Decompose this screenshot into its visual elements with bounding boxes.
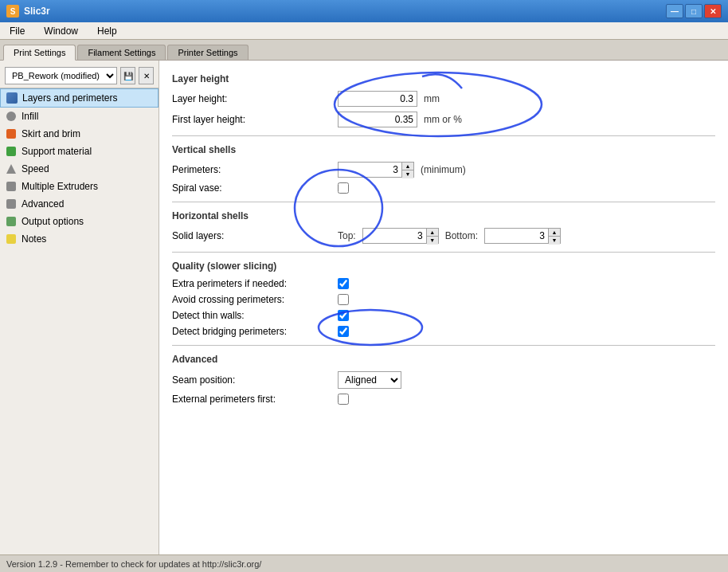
minimize-button[interactable]: — — [666, 4, 683, 18]
sidebar-item-skirt-label: Skirt and brim — [22, 128, 80, 139]
sidebar-item-layers[interactable]: Layers and perimeters — [0, 88, 159, 108]
tab-filament-settings[interactable]: Filament Settings — [77, 45, 166, 60]
title-bar: S Slic3r — □ ✕ — [0, 0, 728, 22]
perimeters-down-button[interactable]: ▼ — [402, 170, 413, 178]
sidebar-item-layers-label: Layers and perimeters — [22, 92, 117, 104]
sidebar-item-output[interactable]: Output options — [0, 213, 159, 230]
layer-height-row: Layer height: mm — [172, 91, 715, 107]
profile-area: PB_Rework (modified) 💾 ✕ — [0, 64, 159, 88]
tab-print-settings[interactable]: Print Settings — [3, 45, 76, 61]
sidebar-item-support[interactable]: Support material — [0, 143, 159, 160]
top-up-button[interactable]: ▲ — [427, 229, 438, 237]
perimeters-spinner: ▲ ▼ — [338, 162, 414, 178]
svg-rect-1 — [6, 129, 16, 139]
speed-icon — [5, 163, 18, 175]
sidebar-item-extruders[interactable]: Multiple Extruders — [0, 178, 159, 195]
detect-bridging-checkbox[interactable] — [338, 326, 349, 337]
perimeters-label: Perimeters: — [172, 164, 331, 175]
external-first-row: External perimeters first: — [172, 394, 715, 405]
sidebar-item-support-label: Support material — [22, 146, 92, 157]
title-bar-buttons: — □ ✕ — [666, 4, 722, 18]
profile-delete-button[interactable]: ✕ — [139, 67, 154, 84]
divider-4 — [172, 345, 715, 346]
sidebar-item-extruders-label: Multiple Extruders — [22, 181, 98, 192]
status-bar: Version 1.2.9 - Remember to check for up… — [0, 554, 728, 572]
sidebar-item-skirt[interactable]: Skirt and brim — [0, 125, 159, 143]
tab-printer-settings[interactable]: Printer Settings — [167, 45, 248, 60]
sidebar-item-infill-label: Infill — [22, 111, 38, 122]
seam-position-label: Seam position: — [172, 374, 331, 386]
extra-perimeters-label: Extra perimeters if needed: — [172, 278, 331, 289]
menu-file[interactable]: File — [3, 24, 31, 38]
svg-rect-4 — [6, 182, 16, 191]
svg-point-0 — [6, 112, 16, 121]
advanced-section-header: Advanced — [172, 354, 715, 365]
sidebar-item-notes[interactable]: Notes — [0, 230, 159, 248]
solid-layers-row: Solid layers: Top: ▲ ▼ Bottom: ▲ ▼ — [172, 228, 715, 244]
seam-position-row: Seam position: Aligned Nearest Random — [172, 371, 715, 389]
status-text: Version 1.2.9 - Remember to check for up… — [6, 559, 261, 569]
avoid-crossing-checkbox[interactable] — [338, 294, 349, 305]
sidebar-item-advanced[interactable]: Advanced — [0, 195, 159, 213]
content-area: Layer height Layer height: mm First laye… — [159, 61, 728, 554]
svg-marker-3 — [6, 164, 16, 174]
svg-rect-6 — [6, 217, 16, 226]
top-spinner: ▲ ▼ — [362, 228, 439, 244]
svg-rect-2 — [6, 147, 16, 156]
spiral-vase-checkbox[interactable] — [338, 182, 349, 194]
detect-thin-label: Detect thin walls: — [172, 310, 331, 321]
top-spinner-btns: ▲ ▼ — [426, 228, 439, 244]
close-button[interactable]: ✕ — [704, 4, 722, 18]
divider-3 — [172, 252, 715, 253]
detect-bridging-row: Detect bridging perimeters: — [172, 326, 715, 337]
spiral-vase-label: Spiral vase: — [172, 182, 331, 194]
external-first-checkbox[interactable] — [338, 394, 349, 405]
sidebar-item-infill[interactable]: Infill — [0, 108, 159, 125]
first-layer-height-row: First layer height: mm or % — [172, 112, 715, 127]
vertical-shells-section-header: Vertical shells — [172, 144, 715, 155]
profile-select[interactable]: PB_Rework (modified) — [5, 67, 117, 84]
layer-height-input[interactable] — [338, 91, 417, 107]
window-title: Slic3r — [24, 6, 50, 17]
layer-height-unit: mm — [424, 93, 440, 104]
advanced-icon — [5, 198, 18, 210]
notes-icon — [5, 233, 18, 245]
perimeters-row: Perimeters: ▲ ▼ (minimum) — [172, 162, 715, 178]
bottom-down-button[interactable]: ▼ — [549, 237, 560, 245]
top-input[interactable] — [362, 228, 426, 244]
sidebar-item-speed[interactable]: Speed — [0, 160, 159, 178]
quality-section-header: Quality (slower slicing) — [172, 261, 715, 272]
divider-1 — [172, 135, 715, 136]
menu-window[interactable]: Window — [37, 24, 84, 38]
bottom-label: Bottom: — [445, 230, 478, 241]
sidebar-item-notes-label: Notes — [22, 233, 46, 245]
bottom-input[interactable] — [484, 228, 548, 244]
maximize-button[interactable]: □ — [685, 4, 703, 18]
top-label: Top: — [338, 230, 356, 241]
app-icon: S — [6, 5, 19, 18]
seam-position-select[interactable]: Aligned Nearest Random — [338, 371, 401, 389]
sidebar: PB_Rework (modified) 💾 ✕ Layers and peri… — [0, 61, 159, 554]
first-layer-height-label: First layer height: — [172, 114, 331, 125]
first-layer-height-input[interactable] — [338, 112, 417, 127]
bottom-up-button[interactable]: ▲ — [549, 229, 560, 237]
avoid-crossing-label: Avoid crossing perimeters: — [172, 294, 331, 305]
extra-perimeters-row: Extra perimeters if needed: — [172, 278, 715, 289]
extra-perimeters-checkbox[interactable] — [338, 278, 349, 289]
external-first-label: External perimeters first: — [172, 394, 331, 405]
perimeters-unit: (minimum) — [421, 164, 466, 175]
support-icon — [5, 145, 18, 158]
bottom-spinner: ▲ ▼ — [484, 228, 561, 244]
profile-save-button[interactable]: 💾 — [120, 67, 135, 84]
perimeters-up-button[interactable]: ▲ — [402, 163, 413, 170]
output-icon — [5, 215, 18, 228]
avoid-crossing-row: Avoid crossing perimeters: — [172, 294, 715, 305]
top-down-button[interactable]: ▼ — [427, 237, 438, 245]
detect-thin-checkbox[interactable] — [338, 310, 349, 321]
sidebar-item-advanced-label: Advanced — [22, 198, 64, 210]
menu-help[interactable]: Help — [91, 24, 123, 38]
detect-thin-row: Detect thin walls: — [172, 310, 715, 321]
perimeters-input[interactable] — [338, 162, 401, 178]
skirt-icon — [5, 127, 18, 140]
infill-icon — [5, 110, 18, 123]
